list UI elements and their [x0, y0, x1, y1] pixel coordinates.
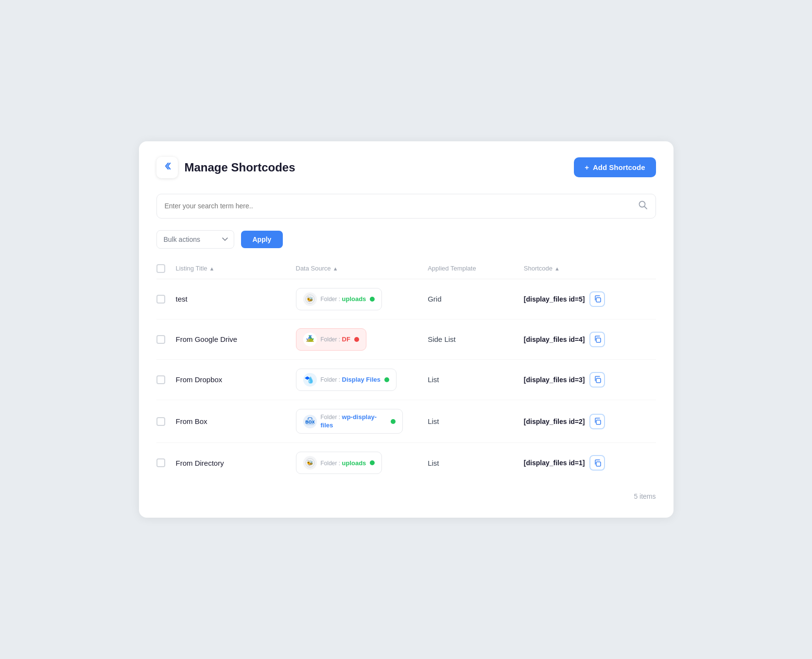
folder-name: DF	[342, 336, 350, 343]
shortcode-text: [display_files id=1]	[524, 459, 585, 467]
th-listing-title: Listing Title ▲	[176, 265, 296, 272]
gdrive-icon	[303, 333, 317, 346]
select-all-checkbox[interactable]	[156, 264, 165, 273]
footer-count: 5 items	[156, 492, 656, 500]
status-dot-green	[391, 419, 396, 424]
datasource-cell: 🐝 Folder : uploads	[296, 452, 428, 474]
template-cell: List	[428, 417, 524, 425]
row-checkbox-wrap	[156, 295, 176, 304]
copy-shortcode-button[interactable]	[589, 332, 605, 347]
dropbox-icon: 💧	[303, 373, 317, 387]
copy-shortcode-button[interactable]	[589, 455, 605, 471]
datasource-pill: 💧 Folder : Display Files	[296, 369, 397, 391]
svg-rect-3	[596, 298, 601, 302]
row-checkbox[interactable]	[156, 417, 165, 426]
table-row: From Dropbox 💧 Folder : Display Files L	[156, 360, 656, 400]
row-title: From Dropbox	[176, 375, 296, 384]
folder-name: uploads	[342, 459, 366, 467]
folder-label: Folder : DF	[321, 336, 350, 343]
svg-text:🐝: 🐝	[307, 459, 313, 466]
apply-button[interactable]: Apply	[241, 231, 283, 248]
header-left: Manage Shortcodes	[156, 157, 295, 178]
data-table: Listing Title ▲ Data Source ▲ Applied Te…	[156, 260, 656, 483]
th-shortcode: Shortcode ▲	[524, 265, 656, 272]
datasource-cell: 💧 Folder : Display Files	[296, 369, 428, 391]
plus-icon: +	[585, 163, 589, 171]
shortcode-cell: [display_files id=4]	[524, 332, 656, 347]
shortcode-text: [display_files id=4]	[524, 336, 585, 343]
svg-rect-12	[596, 420, 601, 424]
row-checkbox[interactable]	[156, 335, 165, 344]
shortcode-sort-icon[interactable]: ▲	[554, 266, 560, 271]
shortcode-text: [display_files id=3]	[524, 376, 585, 384]
row-title: From Google Drive	[176, 335, 296, 343]
status-dot-green	[384, 377, 389, 382]
template-cell: List	[428, 375, 524, 384]
row-checkbox-wrap	[156, 417, 176, 426]
template-cell: Side List	[428, 335, 524, 343]
th-checkbox	[156, 264, 176, 273]
folder-label: Folder : uploads	[321, 295, 366, 303]
folder-name: uploads	[342, 295, 366, 303]
copy-shortcode-button[interactable]	[589, 414, 605, 429]
table-row: test 🐝 Folder : uploads Grid	[156, 279, 656, 320]
logo-box	[156, 157, 178, 178]
search-input[interactable]	[165, 202, 638, 210]
status-dot-green	[370, 460, 375, 465]
row-title: test	[176, 295, 296, 303]
table-row: From Google Drive	[156, 320, 656, 360]
status-dot-green	[370, 297, 375, 302]
svg-rect-15	[596, 462, 601, 466]
svg-rect-7	[596, 338, 601, 342]
datasource-cell: Folder : DF	[296, 328, 428, 351]
table-row: From Directory 🐝 Folder : uploads List	[156, 443, 656, 483]
row-checkbox[interactable]	[156, 295, 165, 304]
svg-rect-9	[596, 378, 601, 383]
datasource-pill: 🐝 Folder : uploads	[296, 288, 382, 310]
row-checkbox-wrap	[156, 458, 176, 467]
shortcode-cell: [display_files id=5]	[524, 291, 656, 307]
bulk-actions-row: Bulk actions Apply	[156, 230, 656, 249]
row-checkbox-wrap	[156, 375, 176, 384]
data-source-sort-icon[interactable]: ▲	[333, 266, 338, 271]
th-applied-template-label: Applied Template	[428, 265, 476, 272]
th-data-source-label: Data Source	[296, 265, 331, 272]
logo-icon	[162, 161, 173, 174]
row-title: From Directory	[176, 459, 296, 467]
table-row: From Box BOX Folder : wp-display-files	[156, 400, 656, 443]
row-title: From Box	[176, 417, 296, 425]
copy-shortcode-button[interactable]	[589, 291, 605, 307]
th-applied-template: Applied Template	[428, 265, 524, 272]
folder-name: Display Files	[342, 376, 380, 383]
uploads-icon: 🐝	[303, 292, 317, 306]
folder-label: Folder : uploads	[321, 459, 366, 467]
add-button-label: Add Shortcode	[593, 163, 645, 171]
folder-label: Folder : Display Files	[321, 376, 381, 383]
row-checkbox[interactable]	[156, 458, 165, 467]
table-header: Listing Title ▲ Data Source ▲ Applied Te…	[156, 260, 656, 279]
add-shortcode-button[interactable]: + Add Shortcode	[574, 157, 656, 177]
svg-text:🐝: 🐝	[307, 296, 313, 303]
bulk-actions-dropdown[interactable]: Bulk actions	[156, 230, 234, 249]
main-card: Manage Shortcodes + Add Shortcode Bulk a…	[139, 141, 674, 518]
search-bar	[156, 194, 656, 219]
shortcode-cell: [display_files id=3]	[524, 372, 656, 388]
row-checkbox-wrap	[156, 335, 176, 344]
template-cell: Grid	[428, 295, 524, 303]
search-icon	[638, 200, 648, 212]
shortcode-text: [display_files id=2]	[524, 418, 585, 425]
shortcode-text: [display_files id=5]	[524, 295, 585, 303]
status-dot-red	[354, 337, 359, 342]
datasource-pill: BOX Folder : wp-display-files	[296, 409, 403, 434]
datasource-cell: BOX Folder : wp-display-files	[296, 409, 428, 434]
shortcode-cell: [display_files id=2]	[524, 414, 656, 429]
listing-title-sort-icon[interactable]: ▲	[209, 266, 215, 271]
folder-name: wp-display-files	[321, 413, 377, 429]
uploads-icon: 🐝	[303, 456, 317, 470]
row-checkbox[interactable]	[156, 375, 165, 384]
th-listing-title-label: Listing Title	[176, 265, 207, 272]
shortcode-cell: [display_files id=1]	[524, 455, 656, 471]
copy-shortcode-button[interactable]	[589, 372, 605, 388]
th-shortcode-label: Shortcode	[524, 265, 553, 272]
th-data-source: Data Source ▲	[296, 265, 428, 272]
